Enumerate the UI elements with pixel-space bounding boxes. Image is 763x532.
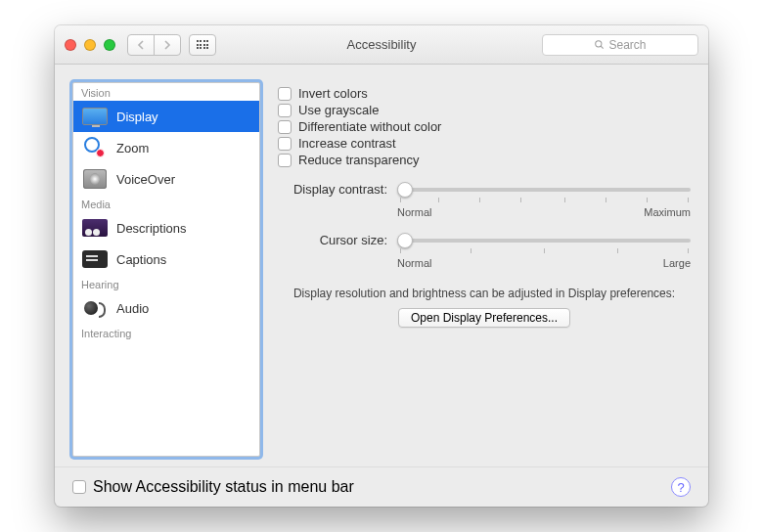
search-placeholder: Search bbox=[608, 38, 646, 52]
grid-icon bbox=[197, 40, 209, 49]
cursor-size-row: Cursor size: Normal Large bbox=[278, 232, 691, 269]
category-interacting: Interacting bbox=[73, 324, 259, 341]
checkbox-label: Show Accessibility status in menu bar bbox=[93, 478, 354, 496]
slider-ticks bbox=[397, 198, 691, 203]
checkbox-input[interactable] bbox=[278, 120, 292, 134]
sidebar-item-audio[interactable]: Audio bbox=[73, 292, 259, 324]
checkbox-input[interactable] bbox=[72, 480, 86, 494]
slider-min-label: Normal bbox=[397, 257, 431, 269]
cursor-size-slider[interactable] bbox=[397, 232, 691, 249]
display-icon bbox=[81, 106, 109, 127]
forward-button[interactable] bbox=[154, 34, 181, 56]
sidebar-item-descriptions[interactable]: Descriptions bbox=[73, 212, 259, 244]
search-field[interactable]: Search bbox=[542, 34, 698, 56]
main-pane: Invert colors Use grayscale Differentiat… bbox=[278, 82, 691, 457]
checkbox-label: Differentiate without color bbox=[298, 119, 441, 134]
sidebar-item-voiceover[interactable]: VoiceOver bbox=[73, 163, 259, 195]
zoom-window-button[interactable] bbox=[104, 39, 115, 51]
sidebar-item-captions[interactable]: Captions bbox=[73, 244, 259, 275]
zoom-icon bbox=[81, 137, 109, 158]
display-hint-text: Display resolution and brightness can be… bbox=[278, 287, 691, 300]
slider-thumb[interactable] bbox=[397, 182, 413, 198]
window-controls bbox=[65, 39, 115, 51]
differentiate-color-checkbox[interactable]: Differentiate without color bbox=[278, 119, 691, 134]
help-button[interactable]: ? bbox=[671, 477, 691, 497]
descriptions-icon bbox=[81, 217, 109, 239]
svg-point-0 bbox=[596, 41, 602, 47]
checkbox-label: Increase contrast bbox=[298, 136, 396, 151]
use-grayscale-checkbox[interactable]: Use grayscale bbox=[278, 103, 691, 117]
checkbox-input[interactable] bbox=[278, 87, 292, 101]
audio-icon bbox=[81, 297, 109, 319]
sidebar-item-label: Zoom bbox=[116, 141, 149, 155]
invert-colors-checkbox[interactable]: Invert colors bbox=[278, 86, 691, 101]
slider-max-label: Large bbox=[663, 257, 691, 269]
sidebar-item-label: Audio bbox=[116, 301, 149, 316]
checkbox-label: Invert colors bbox=[298, 86, 368, 101]
display-contrast-row: Display contrast: Normal Maximum bbox=[278, 181, 691, 218]
category-media: Media bbox=[73, 195, 259, 212]
footer: Show Accessibility status in menu bar ? bbox=[55, 466, 708, 507]
search-icon bbox=[594, 39, 605, 50]
increase-contrast-checkbox[interactable]: Increase contrast bbox=[278, 136, 691, 151]
slider-min-label: Normal bbox=[397, 206, 431, 218]
category-vision: Vision bbox=[73, 83, 259, 101]
svg-line-1 bbox=[602, 46, 604, 48]
show-status-menubar-checkbox[interactable]: Show Accessibility status in menu bar bbox=[72, 478, 354, 496]
open-display-preferences-button[interactable]: Open Display Preferences... bbox=[398, 308, 570, 328]
captions-icon bbox=[81, 248, 109, 270]
cursor-size-label: Cursor size: bbox=[278, 233, 397, 247]
reduce-transparency-checkbox[interactable]: Reduce transparency bbox=[278, 153, 691, 167]
sidebar-item-label: Display bbox=[116, 110, 158, 124]
display-contrast-slider[interactable] bbox=[397, 181, 691, 199]
window-body: Vision Display Zoom VoiceOver Media Desc… bbox=[55, 65, 708, 466]
checkbox-input[interactable] bbox=[278, 137, 292, 151]
checkbox-label: Use grayscale bbox=[298, 103, 379, 117]
accessibility-prefs-window: Accessibility Search Vision Display Zoom bbox=[55, 25, 708, 507]
sidebar-item-label: VoiceOver bbox=[116, 172, 175, 187]
minimize-window-button[interactable] bbox=[84, 39, 96, 51]
display-contrast-label: Display contrast: bbox=[278, 182, 397, 197]
close-window-button[interactable] bbox=[65, 39, 76, 51]
sidebar-item-label: Descriptions bbox=[116, 221, 187, 236]
slider-max-label: Maximum bbox=[644, 206, 691, 218]
voiceover-icon bbox=[81, 168, 109, 190]
slider-thumb[interactable] bbox=[397, 233, 413, 248]
checkbox-input[interactable] bbox=[278, 104, 292, 117]
checkbox-label: Reduce transparency bbox=[298, 153, 420, 167]
back-button[interactable] bbox=[127, 34, 155, 56]
category-sidebar[interactable]: Vision Display Zoom VoiceOver Media Desc… bbox=[72, 82, 260, 457]
nav-back-forward bbox=[127, 34, 181, 56]
category-hearing: Hearing bbox=[73, 275, 259, 292]
sidebar-item-zoom[interactable]: Zoom bbox=[73, 132, 259, 163]
slider-ticks bbox=[397, 248, 691, 254]
sidebar-item-label: Captions bbox=[116, 252, 166, 267]
sidebar-container: Vision Display Zoom VoiceOver Media Desc… bbox=[72, 82, 260, 457]
sidebar-item-display[interactable]: Display bbox=[73, 101, 259, 132]
show-all-button[interactable] bbox=[189, 34, 216, 56]
checkbox-input[interactable] bbox=[278, 154, 292, 167]
titlebar: Accessibility Search bbox=[55, 25, 708, 65]
